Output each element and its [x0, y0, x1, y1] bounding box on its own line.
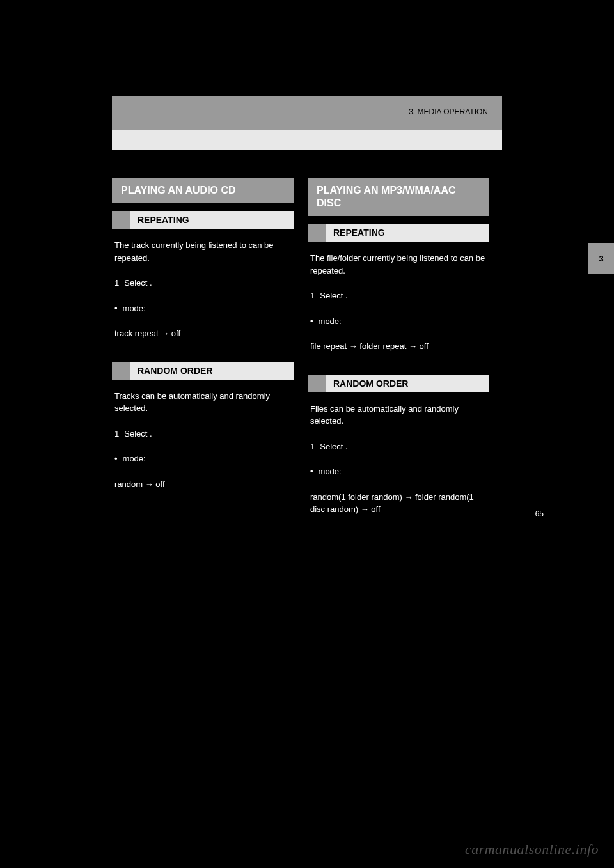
- random-mode-right: • mode:: [308, 463, 489, 481]
- page-number: 65: [535, 509, 544, 518]
- step-text: Select .: [320, 290, 347, 302]
- subheading-label: RANDOM ORDER: [130, 362, 294, 380]
- bullet-icon: •: [310, 465, 313, 478]
- header-gray-band: 3. MEDIA OPERATION: [112, 96, 502, 130]
- random-lead-left: Tracks can be automatically and randomly…: [112, 387, 294, 417]
- repeat-mode-value-right: file repeat → folder repeat → off: [308, 337, 489, 355]
- repeat-mode-value-left: track repeat → off: [112, 325, 294, 343]
- mode-label: mode:: [319, 465, 342, 478]
- header-light-band: [112, 130, 502, 150]
- section-title-mp3: PLAYING AN MP3/WMA/AAC DISC: [308, 178, 489, 216]
- repeat-mode-left: • mode:: [112, 300, 294, 318]
- subheading-label: RANDOM ORDER: [326, 375, 489, 392]
- repeat-step-left: 1 Select .: [112, 274, 294, 292]
- subheading-label: REPEATING: [130, 211, 294, 229]
- repeat-step-right: 1 Select .: [308, 287, 489, 305]
- spacer: [308, 363, 489, 367]
- subheading-random-left: RANDOM ORDER: [112, 362, 294, 380]
- step-text: Select .: [124, 277, 152, 290]
- random-mode-value-right: random(1 folder random) → folder random(…: [308, 488, 489, 518]
- mode-label: mode:: [319, 315, 342, 328]
- bullet-icon: •: [114, 302, 118, 315]
- random-step-right: 1 Select .: [308, 438, 489, 456]
- bullet-icon: •: [114, 453, 118, 465]
- section-title-audio-cd: PLAYING AN AUDIO CD: [112, 178, 294, 203]
- repeat-lead-left: The track currently being listened to ca…: [112, 236, 294, 267]
- subheading-random-right: RANDOM ORDER: [308, 375, 489, 392]
- right-column: PLAYING AN MP3/WMA/AAC DISC REPEATING Th…: [308, 178, 489, 518]
- step-number: 1: [310, 440, 315, 453]
- step-number: 1: [310, 290, 315, 302]
- subheading-repeating-left: REPEATING: [112, 211, 294, 229]
- random-step-left: 1 Select .: [112, 425, 294, 443]
- breadcrumb: 3. MEDIA OPERATION: [409, 107, 488, 116]
- random-mode-left: • mode:: [112, 450, 294, 468]
- random-mode-value-left: random → off: [112, 476, 294, 493]
- watermark: carmanualsonline.info: [465, 841, 599, 858]
- manual-page: 3. MEDIA OPERATION PLAYING AN AUDIO CD R…: [112, 96, 502, 518]
- subheading-repeating-right: REPEATING: [308, 224, 489, 242]
- repeat-mode-right: • mode:: [308, 313, 489, 330]
- step-text: Select .: [124, 428, 152, 440]
- mode-label: mode:: [123, 453, 146, 465]
- repeat-lead-right: The file/folder currently being listened…: [308, 249, 489, 279]
- step-number: 1: [114, 428, 119, 440]
- subheading-stub: [308, 375, 326, 392]
- bullet-icon: •: [310, 315, 313, 328]
- subheading-stub: [112, 362, 130, 380]
- mode-label: mode:: [123, 302, 146, 315]
- subheading-stub: [112, 211, 130, 229]
- step-text: Select .: [320, 440, 347, 453]
- subheading-stub: [308, 224, 326, 242]
- content-columns: PLAYING AN AUDIO CD REPEATING The track …: [112, 178, 502, 518]
- chapter-side-tab: 3: [588, 243, 614, 274]
- subheading-label: REPEATING: [326, 224, 489, 242]
- random-lead-right: Files can be automatically and randomly …: [308, 400, 489, 430]
- spacer: [112, 350, 294, 354]
- step-number: 1: [114, 277, 119, 290]
- left-column: PLAYING AN AUDIO CD REPEATING The track …: [112, 178, 294, 518]
